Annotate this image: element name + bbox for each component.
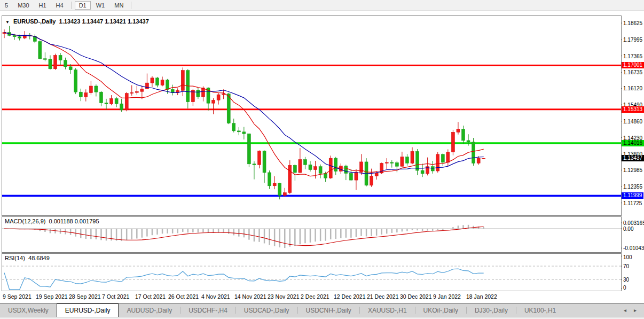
- macd-axis-label: 0.003165: [623, 220, 644, 226]
- tab-scroll-left-icon[interactable]: ◂: [624, 307, 626, 313]
- macd-axis-label: -0.01043: [623, 245, 644, 251]
- chart-tab-usdcad-daily[interactable]: USDCAD-,Daily: [236, 304, 297, 317]
- chart-tab-audusd-daily[interactable]: AUDUSD-,Daily: [119, 304, 180, 317]
- timeframe-button-H1[interactable]: H1: [35, 1, 51, 10]
- rsi-axis-label: 70: [623, 263, 629, 269]
- date-axis-label: 9 Jan 2022: [433, 293, 461, 300]
- date-axis-label: 7 Oct 2021: [102, 293, 129, 300]
- timeframe-button-M30[interactable]: M30: [13, 1, 33, 10]
- date-axis-label: 28 Sep 2021: [69, 293, 101, 300]
- price-axis-label: 1.14860: [623, 119, 642, 125]
- timeframe-button-MN[interactable]: MN: [110, 1, 128, 10]
- date-axis-label: 21 Dec 2021: [367, 293, 399, 300]
- rsi-label: RSI(14) 48.6849: [5, 255, 50, 261]
- rsi-axis-label: 30: [623, 277, 629, 283]
- chart-tab-dj30-daily[interactable]: DJ30-,Daily: [467, 304, 516, 317]
- date-axis-label: 9 Sep 2021: [3, 293, 32, 300]
- chart-tab-eurusd-daily[interactable]: EURUSD-,Daily: [57, 304, 119, 317]
- timeframe-button-D1[interactable]: D1: [75, 1, 91, 10]
- timeframe-button-H4[interactable]: H4: [52, 1, 68, 10]
- macd-panel[interactable]: MACD(12,26,9) 0.001188 0.001795: [2, 216, 622, 253]
- rsi-axis-label: 0: [623, 285, 626, 291]
- timeframe-toolbar: 5M30H1H4D1W1MN: [0, 0, 644, 11]
- rsi-indicator-value: 48.6849: [28, 255, 50, 261]
- rsi-axis-label: 100: [623, 254, 632, 260]
- date-axis-label: 23 Nov 2021: [268, 293, 300, 300]
- timeframe-button-5[interactable]: 5: [1, 1, 12, 10]
- date-axis-label: 19 Sep 2021: [36, 293, 68, 300]
- price-axis-label: 1.16735: [623, 69, 642, 75]
- date-axis-label: 18 Jan 2022: [466, 293, 497, 300]
- chart-tab-xauusd-h1[interactable]: XAUUSD-,H1: [360, 304, 415, 317]
- date-axis-label: 2 Dec 2021: [301, 293, 329, 300]
- chart-symbol-label: EURUSD-,Daily: [13, 18, 56, 25]
- macd-label: MACD(12,26,9) 0.001188 0.001795: [5, 218, 99, 224]
- price-axis-label: 1.16120: [623, 85, 642, 91]
- rsi-panel[interactable]: RSI(14) 48.6849: [2, 253, 622, 291]
- date-axis-label: 14 Nov 2021: [234, 293, 266, 300]
- chart-tab-usdx-weekly[interactable]: USDX,Weekly: [0, 304, 57, 317]
- price-axis-label: 1.12355: [623, 184, 642, 190]
- toolbar-separator: [131, 2, 131, 9]
- rsi-indicator-name: RSI(14): [5, 255, 25, 261]
- date-axis-label: 12 Dec 2021: [334, 293, 366, 300]
- price-line-badge: 1.14016: [622, 140, 644, 146]
- macd-axis-label: 0.00: [623, 226, 633, 232]
- chart-tab-usdchf-h4[interactable]: USDCHF-,H4: [180, 304, 235, 317]
- chart-title: ▼ EURUSD-,Daily 1.13423 1.13447 1.13421 …: [5, 18, 149, 25]
- chart-ohlc-values: 1.13423 1.13447 1.13421 1.13437: [59, 18, 149, 25]
- toolbar-separator: [71, 2, 72, 9]
- date-axis-label: 30 Dec 2021: [400, 293, 432, 300]
- chart-tab-bar: USDX,WeeklyEURUSD-,DailyAUDUSD-,DailyUSD…: [0, 303, 644, 317]
- date-axis-label: 4 Nov 2021: [201, 293, 230, 300]
- price-axis-label: 1.18625: [623, 20, 642, 26]
- price-axis-label: 1.17365: [623, 53, 642, 59]
- current-price-badge: 1.13437: [622, 155, 644, 161]
- date-axis: 9 Sep 202119 Sep 202128 Sep 20217 Oct 20…: [2, 291, 622, 302]
- price-axis-label: 1.17995: [623, 37, 642, 43]
- price-axis-label: 1.11725: [623, 200, 642, 206]
- chart-tab-uk100-h1[interactable]: UK100-,H1: [516, 304, 564, 317]
- main-chart-panel[interactable]: ▼ EURUSD-,Daily 1.13423 1.13447 1.13421 …: [2, 15, 622, 216]
- price-line-badge: 1.15313: [622, 106, 644, 113]
- macd-indicator-values: 0.001188 0.001795: [49, 218, 99, 224]
- timeframe-button-W1[interactable]: W1: [92, 1, 109, 10]
- chart-tab-ukoil-daily[interactable]: UKOil-,Daily: [415, 304, 466, 317]
- bottom-strip: [0, 317, 644, 319]
- price-axis: 1.186251.179951.173651.167351.161201.154…: [622, 11, 644, 302]
- tab-scroll-right-icon[interactable]: ▸: [634, 307, 637, 313]
- date-axis-label: 17 Oct 2021: [135, 293, 166, 300]
- chart-tab-usdcnh-daily[interactable]: USDCNH-,Daily: [298, 304, 359, 317]
- symbol-dropdown-icon[interactable]: ▼: [5, 20, 10, 25]
- macd-indicator-name: MACD(12,26,9): [5, 218, 45, 224]
- price-line-badge: 1.11999: [622, 192, 643, 199]
- date-axis-label: 26 Oct 2021: [168, 293, 199, 300]
- price-axis-label: 1.12985: [623, 167, 642, 173]
- price-line-badge: 1.17001: [622, 62, 644, 68]
